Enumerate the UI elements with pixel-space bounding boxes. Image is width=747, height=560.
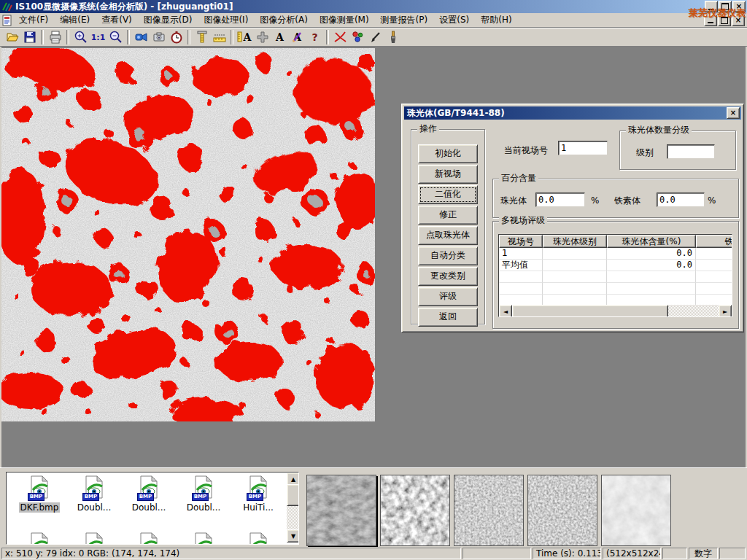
bmp-file-icon: BMP	[137, 491, 160, 501]
grade-label: 级别	[636, 147, 654, 158]
file-name[interactable]: HuiTi...	[241, 502, 275, 513]
ruler-measure-button[interactable]	[211, 29, 228, 45]
menu-file[interactable]: 文件(F)	[13, 12, 54, 28]
grid-button[interactable]	[254, 29, 271, 45]
save-button[interactable]	[21, 29, 38, 45]
current-view-input[interactable]	[558, 141, 608, 155]
brush-tool-button[interactable]	[384, 29, 401, 45]
thumbnail-2[interactable]	[380, 475, 450, 546]
zoom-out-button[interactable]	[107, 29, 124, 45]
file-item-partial[interactable]: BMP	[232, 532, 285, 545]
measure-label-button[interactable]: A	[236, 29, 253, 45]
menu-measure-report[interactable]: 测量报告(P)	[375, 12, 434, 28]
video-capture-button[interactable]	[133, 29, 150, 45]
file-item[interactable]: BMP Doubl...	[68, 475, 120, 513]
menu-bar: 文件(F) 编辑(E) 查看(V) 图像显示(D) 图像处理(I) 图像分析(A…	[0, 13, 747, 28]
initialize-button[interactable]: 初始化	[418, 144, 478, 163]
scrollbar-thumb[interactable]	[287, 484, 299, 506]
brush-icon	[386, 30, 400, 44]
edit-annotation-button[interactable]: A	[289, 29, 306, 45]
multi-view-table[interactable]: 视场号 珠光体级别 珠光体含量(%) 铁素体含量(%) 1 0.0 平均值 0.…	[498, 234, 732, 317]
menu-view[interactable]: 查看(V)	[96, 12, 138, 28]
menu-settings[interactable]: 设置(S)	[433, 12, 475, 28]
pen-tool-button[interactable]	[367, 29, 384, 45]
phase-classify-button[interactable]	[349, 29, 366, 45]
menu-edit[interactable]: 编辑(E)	[54, 12, 96, 28]
timer-button[interactable]	[168, 29, 185, 45]
open-file-button[interactable]	[4, 29, 20, 45]
file-name[interactable]: Doubl...	[131, 502, 168, 513]
thumbnail-5[interactable]	[601, 475, 671, 546]
grid-cross-icon	[255, 30, 270, 44]
new-field-button[interactable]: 新视场	[418, 165, 478, 184]
file-name[interactable]: Doubl...	[185, 502, 222, 513]
ruler-icon	[212, 30, 227, 44]
binarize-button[interactable]: 二值化	[418, 185, 478, 204]
file-item[interactable]: BMP DKF.bmp	[13, 475, 66, 513]
caliper-measure-button[interactable]	[193, 29, 210, 45]
file-item[interactable]: BMP Doubl...	[123, 475, 175, 513]
scrollbar-thumb[interactable]	[512, 305, 668, 317]
auto-classify-button[interactable]: 自动分类	[418, 246, 478, 265]
file-item[interactable]: BMP HuiTi...	[232, 475, 285, 513]
file-list-scrollbar[interactable]: ▲ ▼	[287, 472, 298, 542]
print-button[interactable]	[47, 29, 63, 45]
dialog-close-button[interactable]: ×	[727, 107, 740, 119]
return-button[interactable]: 返回	[418, 308, 478, 327]
file-item[interactable]: BMP Doubl...	[177, 475, 230, 513]
document-icon	[1, 15, 13, 26]
file-item-partial[interactable]: BMP	[68, 532, 120, 545]
menu-image-display[interactable]: 图像显示(D)	[138, 12, 198, 28]
toolbar-separator	[187, 30, 190, 44]
toolbar-separator	[326, 30, 329, 44]
bmp-file-icon: BMP	[247, 491, 270, 501]
pearlite-dialog: 珠光体(GB/T9441-88) × 操作 初始化 新视场 二值化 修正 点取珠…	[401, 104, 744, 332]
file-name[interactable]: Doubl...	[76, 502, 113, 513]
file-list[interactable]: BMP DKF.bmp BMP Doubl... BMP Doubl... BM…	[6, 472, 299, 545]
scroll-left-icon[interactable]: ◄	[499, 305, 512, 317]
correct-button[interactable]: 修正	[418, 206, 478, 225]
ferrite-percent-input[interactable]	[657, 192, 705, 207]
metallograph-image[interactable]	[1, 48, 375, 421]
pearlite-label: 珠光体	[500, 195, 527, 206]
thumbnail-3[interactable]	[454, 475, 524, 546]
col-ferrite-content: 铁素体含量(%)	[696, 235, 732, 248]
title-bar[interactable]: IS100显微摄像系统(金相分析版) - [zhuguangti01] ×	[0, 0, 747, 13]
menu-image-analysis[interactable]: 图像分析(A)	[254, 12, 314, 28]
actual-size-button[interactable]: 1:1	[90, 29, 107, 45]
table-horizontal-scrollbar[interactable]: ◄ ►	[499, 305, 732, 316]
text-annotation-button[interactable]: A	[271, 29, 288, 45]
menu-image-processing[interactable]: 图像处理(I)	[198, 12, 254, 28]
grade-button[interactable]: 评级	[418, 287, 478, 306]
scroll-right-icon[interactable]: ►	[719, 305, 732, 317]
printer-icon	[48, 30, 63, 44]
zoom-in-button[interactable]	[72, 29, 89, 45]
scrollbar-track[interactable]	[668, 305, 719, 316]
menu-help[interactable]: 帮助(H)	[475, 12, 517, 28]
pick-pearlite-button[interactable]: 点取珠光体	[418, 226, 478, 245]
file-name-selected[interactable]: DKF.bmp	[19, 502, 61, 513]
snapshot-button[interactable]	[150, 29, 167, 45]
file-item-partial[interactable]: BMP	[123, 532, 175, 545]
question-mark-icon: ?	[311, 31, 317, 43]
curve-tool-button[interactable]	[332, 29, 349, 45]
thumbnail-1[interactable]	[306, 475, 376, 546]
grading-group-label: 珠光体数量分级	[626, 125, 692, 135]
change-class-button[interactable]: 更改类别	[418, 267, 478, 286]
file-item-partial[interactable]: BMP	[177, 532, 230, 545]
toolbar-separator	[41, 30, 44, 44]
bmp-file-icon: BMP	[192, 491, 215, 501]
col-view-number: 视场号	[499, 235, 543, 248]
cell-ferrite	[696, 260, 732, 271]
grade-input[interactable]	[667, 144, 715, 159]
text-a-icon: A	[276, 31, 284, 43]
file-item-partial[interactable]: BMP	[13, 532, 66, 545]
application-window: { "window": { "title": "IS100显微摄像系统(金相分析…	[0, 0, 747, 560]
thumbnail-4[interactable]	[527, 475, 597, 546]
pearlite-percent-input[interactable]	[535, 192, 585, 207]
bmp-file-icon: BMP	[28, 491, 51, 501]
scroll-down-icon[interactable]: ▼	[287, 529, 299, 542]
dialog-title-bar[interactable]: 珠光体(GB/T9441-88) ×	[404, 106, 741, 120]
help-button[interactable]: ?	[306, 29, 323, 45]
menu-image-measure[interactable]: 图像测量(M)	[314, 12, 375, 28]
